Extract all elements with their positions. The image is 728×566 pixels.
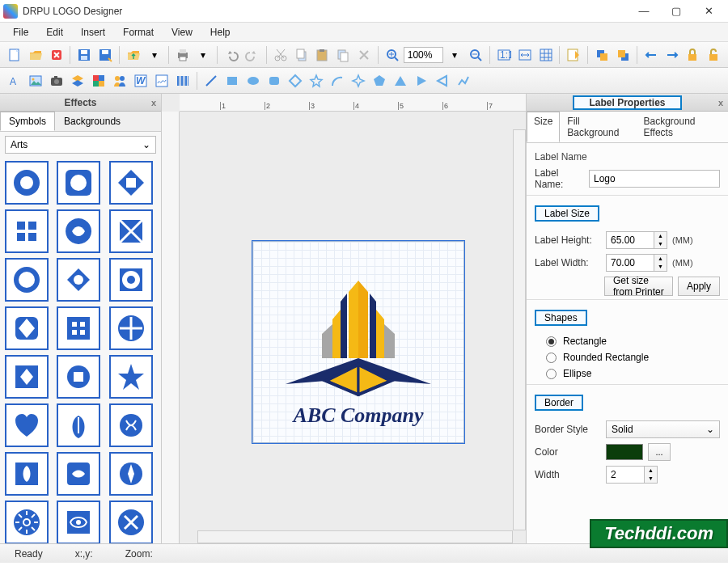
triangle-up-icon[interactable] <box>391 71 410 91</box>
star4-icon[interactable] <box>349 71 368 91</box>
layers-icon[interactable] <box>68 71 87 91</box>
fit-width-icon[interactable] <box>515 45 535 65</box>
duplicate-icon[interactable] <box>333 45 353 65</box>
close-button[interactable]: ✕ <box>692 2 725 21</box>
send-back-icon[interactable] <box>613 45 633 65</box>
symbol-item[interactable] <box>109 306 153 350</box>
shape-option-rectangle[interactable]: Rectangle <box>546 336 720 347</box>
save-icon[interactable] <box>74 45 94 65</box>
symbol-item[interactable] <box>109 501 153 543</box>
menu-view[interactable]: View <box>163 25 201 40</box>
symbol-category-dropdown[interactable]: Arts ⌄ <box>5 136 156 154</box>
diamond-icon[interactable] <box>286 71 305 91</box>
bring-front-icon[interactable] <box>592 45 612 65</box>
symbol-item[interactable] <box>5 501 49 543</box>
rounded-rect-icon[interactable] <box>265 71 284 91</box>
symbol-item[interactable] <box>109 355 153 399</box>
border-width-input[interactable] <box>606 466 645 484</box>
redo-icon[interactable] <box>243 45 262 65</box>
symbol-item[interactable] <box>5 161 49 205</box>
actual-size-icon[interactable]: 1:1 <box>494 45 514 65</box>
line-tool-icon[interactable] <box>201 71 221 91</box>
zoom-dropdown-icon[interactable]: ▾ <box>445 45 464 65</box>
border-color-picker-button[interactable]: ... <box>648 443 671 461</box>
rectangle-fill-icon[interactable] <box>222 71 242 91</box>
label-height-input[interactable] <box>606 231 654 249</box>
symbol-item[interactable] <box>5 209 49 253</box>
save-as-icon[interactable] <box>95 45 115 65</box>
effects-close-icon[interactable]: x <box>151 98 156 108</box>
image-tool-icon[interactable] <box>26 71 45 91</box>
label-name-input[interactable] <box>589 170 720 188</box>
minimize-button[interactable]: ― <box>628 2 660 21</box>
symbol-item[interactable] <box>57 209 100 253</box>
zoom-out-icon[interactable] <box>466 45 485 65</box>
tab-size[interactable]: Size <box>527 112 560 142</box>
menu-help[interactable]: Help <box>202 25 239 40</box>
maximize-button[interactable]: ▢ <box>660 2 692 21</box>
symbol-item[interactable] <box>5 258 49 302</box>
triangle-left-icon[interactable] <box>433 71 452 91</box>
canvas-scrollbar-horizontal[interactable] <box>197 530 513 543</box>
clipart-icon[interactable] <box>89 71 108 91</box>
company-name-text[interactable]: ABC Company <box>253 403 463 428</box>
shape-option-ellipse[interactable]: Ellipse <box>546 368 720 379</box>
open-file-icon[interactable] <box>26 45 45 65</box>
pentagon-icon[interactable] <box>370 71 389 91</box>
symbol-item[interactable] <box>57 306 100 350</box>
menu-format[interactable]: Format <box>115 25 162 40</box>
paste-icon[interactable] <box>312 45 332 65</box>
print-icon[interactable] <box>173 45 193 65</box>
text-tool-icon[interactable]: A <box>5 71 24 91</box>
edit-properties-icon[interactable] <box>564 45 583 65</box>
delete-icon[interactable] <box>47 45 66 65</box>
print-dropdown-icon[interactable]: ▾ <box>193 45 213 65</box>
star-outline-icon[interactable] <box>307 71 326 91</box>
menu-edit[interactable]: Edit <box>38 25 71 40</box>
canvas-scrollbar-vertical[interactable] <box>513 129 526 530</box>
properties-close-icon[interactable]: x <box>718 98 723 108</box>
align-left-icon[interactable] <box>641 45 661 65</box>
apply-button[interactable]: Apply <box>678 277 720 296</box>
wordart-icon[interactable]: W <box>131 71 150 91</box>
symbol-item[interactable] <box>57 452 100 496</box>
lock-icon[interactable] <box>683 45 702 65</box>
symbol-item[interactable] <box>57 258 100 302</box>
symbol-item[interactable] <box>57 355 100 399</box>
cut-icon[interactable] <box>271 45 290 65</box>
tab-symbols[interactable]: Symbols <box>0 112 55 131</box>
menu-insert[interactable]: Insert <box>73 25 113 40</box>
logo-graphic[interactable] <box>269 269 447 407</box>
canvas-body[interactable]: ABC Company <box>180 112 526 543</box>
design-page[interactable]: ABC Company <box>252 241 464 443</box>
menu-file[interactable]: File <box>5 25 36 40</box>
people-icon[interactable] <box>110 71 129 91</box>
symbol-item[interactable] <box>57 161 100 205</box>
symbol-item[interactable] <box>57 403 100 447</box>
width-spinner[interactable]: ▲▼ <box>654 254 667 272</box>
camera-icon[interactable] <box>47 71 66 91</box>
unlock-icon[interactable] <box>704 45 723 65</box>
border-width-spinner[interactable]: ▲▼ <box>645 466 658 484</box>
symbol-item[interactable] <box>5 403 49 447</box>
border-style-select[interactable]: Solid ⌄ <box>606 420 720 438</box>
new-file-icon[interactable] <box>5 45 24 65</box>
tab-background-effects[interactable]: Background Effects <box>636 112 728 142</box>
symbol-item[interactable] <box>109 452 153 496</box>
symbol-item[interactable] <box>109 403 153 447</box>
align-right-icon[interactable] <box>662 45 682 65</box>
polyline-icon[interactable] <box>454 71 473 91</box>
symbol-item[interactable] <box>109 258 153 302</box>
grid-icon[interactable] <box>536 45 556 65</box>
zoom-in-icon[interactable] <box>383 45 402 65</box>
undo-icon[interactable] <box>222 45 241 65</box>
export-folder-icon[interactable] <box>124 45 143 65</box>
symbol-item[interactable] <box>109 161 153 205</box>
signature-icon[interactable] <box>152 71 171 91</box>
barcode-icon[interactable] <box>173 71 193 91</box>
height-spinner[interactable]: ▲▼ <box>654 231 667 249</box>
triangle-right-icon[interactable] <box>412 71 431 91</box>
border-color-swatch[interactable] <box>606 444 643 460</box>
export-dropdown-icon[interactable]: ▾ <box>145 45 164 65</box>
arc-icon[interactable] <box>328 71 347 91</box>
